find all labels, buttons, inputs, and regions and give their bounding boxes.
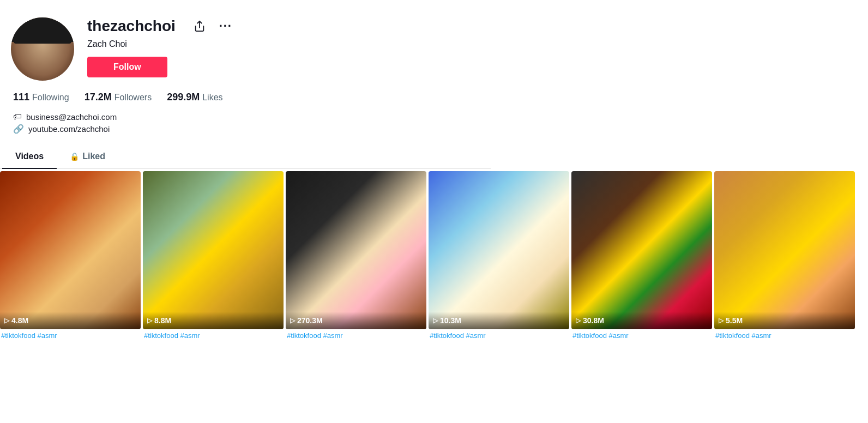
videos-grid: ▷ 4.8M #tiktokfood #asmr ▷ 8.8M #tiktokf… (0, 169, 868, 342)
view-count-6: 5.5M (726, 316, 743, 325)
video-item-2[interactable]: ▷ 8.8M #tiktokfood #asmr (143, 171, 284, 342)
profile-section: thezachchoi ··· Zach Choi Follow 111 (0, 0, 491, 134)
display-name: Zach Choi (87, 39, 480, 49)
stats-row: 111 Following 17.2M Followers 299.9M Lik… (11, 92, 480, 103)
video-thumbnail-4: ▷ 10.3M (429, 171, 569, 329)
follow-button[interactable]: Follow (87, 57, 167, 77)
likes-count: 299.9M (167, 92, 200, 103)
video-thumbnail-6: ▷ 5.5M (714, 171, 855, 329)
video-item-4[interactable]: ▷ 10.3M #tiktokfood #asmr (429, 171, 569, 342)
video-overlay-3: ▷ 270.3M (286, 312, 426, 329)
followers-stat[interactable]: 17.2M Followers (85, 92, 152, 103)
play-icon-1: ▷ (4, 317, 9, 324)
avatar-container (11, 17, 74, 81)
view-count-3: 270.3M (297, 316, 323, 325)
following-count: 111 (13, 92, 29, 103)
view-count-2: 8.8M (154, 316, 171, 325)
video-item-1[interactable]: ▷ 4.8M #tiktokfood #asmr (0, 171, 141, 342)
share-button[interactable] (191, 17, 208, 35)
following-label: Following (32, 93, 69, 102)
video-thumbnail-5: ▷ 30.8M (571, 171, 712, 329)
bio-link-line: 🔗 youtube.com/zachchoi (13, 124, 478, 134)
likes-stat[interactable]: 299.9M Likes (167, 92, 222, 103)
tab-liked[interactable]: 🔒 Liked (57, 145, 118, 169)
video-overlay-5: ▷ 30.8M (571, 312, 712, 329)
video-caption-4: #tiktokfood #asmr (429, 329, 569, 342)
bio-section: 🏷 business@zachchoi.com 🔗 youtube.com/za… (11, 112, 480, 134)
video-item-6[interactable]: ▷ 5.5M #tiktokfood #asmr (714, 171, 855, 342)
profile-info: thezachchoi ··· Zach Choi Follow (87, 17, 480, 77)
email-icon: 🏷 (13, 112, 22, 122)
tabs-section: Videos 🔒 Liked (0, 145, 491, 169)
video-item-5[interactable]: ▷ 30.8M #tiktokfood #asmr (571, 171, 712, 342)
bio-email[interactable]: business@zachchoi.com (26, 112, 117, 122)
profile-header: thezachchoi ··· Zach Choi Follow (11, 17, 480, 81)
followers-count: 17.2M (85, 92, 112, 103)
tab-videos[interactable]: Videos (2, 145, 57, 169)
avatar (11, 17, 74, 81)
video-thumbnail-1: ▷ 4.8M (0, 171, 141, 329)
play-icon-5: ▷ (576, 317, 581, 324)
play-icon-2: ▷ (147, 317, 152, 324)
link-icon: 🔗 (13, 124, 24, 134)
view-count-4: 10.3M (440, 316, 461, 325)
video-thumbnail-3: ▷ 270.3M (286, 171, 426, 329)
action-icons: ··· (191, 17, 234, 35)
more-options-button[interactable]: ··· (217, 17, 234, 35)
video-caption-5: #tiktokfood #asmr (571, 329, 712, 342)
following-stat[interactable]: 111 Following (13, 92, 69, 103)
likes-label: Likes (202, 93, 222, 102)
video-caption-1: #tiktokfood #asmr (0, 329, 141, 342)
video-overlay-6: ▷ 5.5M (714, 312, 855, 329)
tab-videos-label: Videos (15, 152, 44, 161)
view-count-1: 4.8M (11, 316, 28, 325)
username-row: thezachchoi ··· (87, 17, 480, 35)
video-overlay-1: ▷ 4.8M (0, 312, 141, 329)
username: thezachchoi (87, 17, 176, 35)
tab-liked-label: Liked (82, 152, 105, 161)
view-count-5: 30.8M (583, 316, 604, 325)
bio-email-line: 🏷 business@zachchoi.com (13, 112, 478, 122)
video-caption-6: #tiktokfood #asmr (714, 329, 855, 342)
video-thumbnail-2: ▷ 8.8M (143, 171, 284, 329)
video-overlay-4: ▷ 10.3M (429, 312, 569, 329)
play-icon-3: ▷ (290, 317, 295, 324)
play-icon-4: ▷ (433, 317, 438, 324)
play-icon-6: ▷ (719, 317, 724, 324)
lock-icon: 🔒 (70, 152, 79, 161)
video-caption-3: #tiktokfood #asmr (286, 329, 426, 342)
bio-link[interactable]: youtube.com/zachchoi (28, 124, 110, 134)
video-item-3[interactable]: ▷ 270.3M #tiktokfood #asmr (286, 171, 426, 342)
video-overlay-2: ▷ 8.8M (143, 312, 284, 329)
followers-label: Followers (114, 93, 152, 102)
video-caption-2: #tiktokfood #asmr (143, 329, 284, 342)
